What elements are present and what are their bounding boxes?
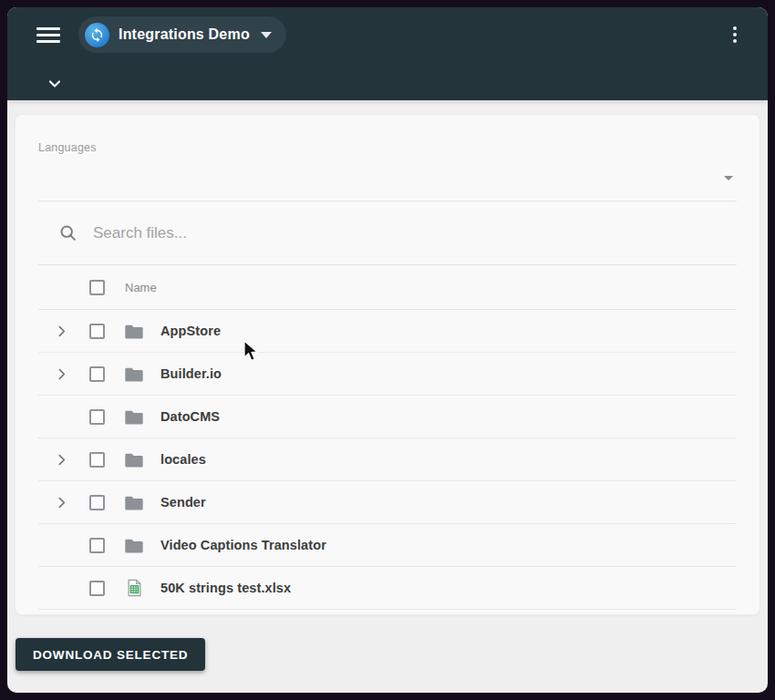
hamburger-menu-button[interactable]	[33, 22, 64, 47]
row-checkbox[interactable]	[89, 581, 105, 596]
table-row[interactable]: locales	[38, 438, 737, 481]
table-row[interactable]: DatoCMS	[38, 396, 737, 438]
project-name: Integrations Demo	[119, 26, 250, 43]
row-checkbox[interactable]	[89, 538, 105, 553]
languages-select[interactable]: Languages	[38, 115, 737, 201]
file-name: Video Captions Translator	[160, 538, 326, 552]
table-header-row: Name	[38, 265, 737, 310]
file-browser-card: Languages Name	[15, 114, 760, 615]
project-logo-icon	[85, 23, 109, 47]
table-row[interactable]: AppStore	[38, 310, 737, 353]
file-name: Sender	[160, 495, 206, 510]
app-window: Integrations Demo Languages	[7, 7, 768, 693]
spreadsheet-icon	[127, 579, 142, 597]
file-name: locales	[160, 452, 206, 467]
file-name: DatoCMS	[160, 409, 220, 424]
chevron-down-icon	[46, 75, 64, 93]
expand-chevron-icon[interactable]	[54, 495, 69, 510]
table-row[interactable]: Sender	[38, 481, 737, 524]
languages-label: Languages	[38, 141, 737, 154]
expand-chevron-icon[interactable]	[54, 366, 69, 382]
collapse-panel-button[interactable]	[42, 71, 67, 97]
page-content: Languages Name	[7, 100, 768, 671]
project-selector[interactable]: Integrations Demo	[78, 16, 286, 53]
top-bar: Integrations Demo	[7, 7, 768, 100]
file-name: AppStore	[160, 324, 221, 338]
row-checkbox[interactable]	[89, 452, 105, 468]
row-checkbox[interactable]	[89, 324, 105, 339]
chevron-down-icon	[261, 32, 272, 38]
folder-icon	[125, 538, 143, 553]
folder-icon	[125, 409, 143, 425]
table-body: AppStore Builder.io DatoCMS	[38, 310, 737, 610]
folder-icon	[125, 452, 143, 468]
search-bar	[38, 201, 737, 265]
more-options-button[interactable]	[729, 23, 740, 46]
screen: Integrations Demo Languages	[0, 0, 775, 700]
file-name: Builder.io	[160, 366, 222, 381]
expand-chevron-icon[interactable]	[54, 324, 69, 339]
folder-icon	[125, 324, 143, 339]
search-input[interactable]	[93, 224, 658, 242]
expand-chevron-icon[interactable]	[54, 452, 69, 468]
row-checkbox[interactable]	[89, 366, 105, 382]
search-icon	[58, 223, 78, 242]
table-row[interactable]: Video Captions Translator	[38, 524, 737, 567]
table-row[interactable]: Builder.io	[38, 353, 737, 396]
folder-icon	[125, 495, 143, 510]
download-selected-button[interactable]: DOWNLOAD SELECTED	[16, 638, 205, 671]
top-bar-row: Integrations Demo	[7, 7, 768, 62]
row-checkbox[interactable]	[89, 495, 105, 510]
file-name: 50K strings test.xlsx	[160, 581, 291, 595]
select-arrow-icon	[724, 176, 733, 180]
folder-icon	[125, 366, 143, 382]
row-checkbox[interactable]	[89, 409, 105, 425]
languages-select-line	[38, 154, 737, 201]
name-column-header: Name	[125, 281, 157, 294]
select-all-checkbox[interactable]	[89, 280, 105, 295]
kebab-icon	[733, 26, 737, 30]
table-row[interactable]: 50K strings test.xlsx	[38, 567, 737, 610]
hamburger-icon	[36, 27, 60, 30]
